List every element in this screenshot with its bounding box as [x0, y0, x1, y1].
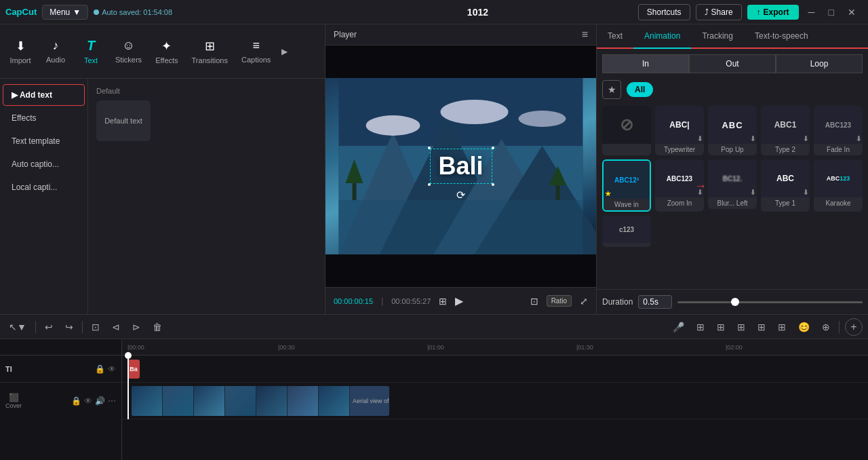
tl-video-clip[interactable]: Aerial view of Khao Sok national park Ch… [132, 386, 389, 416]
effect-blurleft-preview: BC12. ⬇ [708, 159, 757, 197]
tl-tool1[interactable]: ⊞ [693, 320, 708, 334]
select-tool-button[interactable]: ↖▼ [5, 320, 30, 334]
tab-tracking[interactable]: Tracking [691, 24, 744, 49]
duration-input[interactable] [638, 295, 672, 309]
playhead-handle[interactable] [125, 352, 132, 359]
menu-button[interactable]: Menu ▼ [42, 5, 88, 20]
sidebar-item-local-caption[interactable]: Local capti... [3, 176, 85, 198]
duration-slider[interactable] [677, 301, 863, 303]
tab-text[interactable]: Text [597, 24, 633, 49]
sidebar-item-add-text[interactable]: ▶ Add text [3, 84, 85, 106]
effect-more1[interactable]: c123 [602, 216, 651, 247]
toolbar-text[interactable]: T Text [73, 34, 108, 69]
effect-wavein[interactable]: ABC12³ ★ Wave in [602, 159, 651, 212]
duration-label: Duration [602, 297, 633, 307]
effect-wavein-preview: ABC12³ ★ [604, 161, 650, 199]
effect-type2-label: Type 2 [773, 144, 797, 155]
minimize-button[interactable]: ─ [804, 5, 819, 19]
timeline-toolbar: ↖▼ ↩ ↪ ⊡ ⊲ ⊳ 🗑 🎤 ⊞ ⊞ ⊞ ⊞ ⊞ 😊 ⊕ + [0, 315, 868, 339]
tl-tool2[interactable]: ⊞ [713, 320, 728, 334]
add-track-button[interactable]: + [845, 318, 863, 336]
effect-karaoke[interactable]: ABC123 Karaoke [814, 159, 863, 212]
lock-icon2[interactable]: 🔒 [71, 396, 81, 406]
effect-popup[interactable]: ABC ⬇ Pop Up [708, 106, 757, 155]
top-bar: CapCut Menu ▼ Auto saved: 01:54:08 1012 … [0, 0, 868, 24]
tab-in[interactable]: In [602, 54, 689, 73]
toolbar-import[interactable]: ⬇ Import [3, 35, 38, 69]
tl-tool5[interactable]: ⊞ [774, 320, 789, 334]
toolbar-more[interactable]: ▶ [277, 43, 292, 60]
video-background: Bali ⟳ [326, 78, 596, 254]
effect-fadein-label: Fade In [825, 144, 852, 155]
volume-icon[interactable]: 🔊 [95, 396, 105, 406]
close-button[interactable]: ✕ [844, 5, 860, 19]
player-video: Bali ⟳ [326, 45, 596, 287]
favorites-button[interactable]: ★ [602, 80, 621, 99]
effect-type2[interactable]: ABC1 ⬇ Type 2 [761, 106, 810, 155]
tab-animation[interactable]: Animation [633, 24, 691, 49]
video-text-overlay[interactable]: Bali [429, 149, 492, 184]
effect-fadein[interactable]: ABC123 ⬇ Fade In [814, 106, 863, 155]
all-filter-button[interactable]: All [627, 82, 653, 97]
effect-type1[interactable]: ABC ⬇ Type 1 [761, 159, 810, 212]
toolbar-audio[interactable]: ♪ Audio [38, 35, 73, 68]
sidebar-item-effects[interactable]: Effects [3, 107, 85, 129]
share-button[interactable]: ⤴ Share [696, 4, 742, 20]
maximize-button[interactable]: □ [825, 5, 838, 19]
toolbar-captions[interactable]: ≡ Captions [235, 35, 277, 68]
crop-end-button[interactable]: ⊳ [129, 320, 144, 334]
lock-icon[interactable]: 🔒 [95, 364, 105, 374]
mic-button[interactable]: 🎤 [669, 320, 688, 334]
effect-type1-label: Type 1 [773, 197, 797, 209]
delete-button[interactable]: 🗑 [149, 320, 165, 334]
effect-popup-label: Pop Up [719, 144, 745, 155]
tab-out[interactable]: Out [689, 54, 776, 73]
crop-start-button[interactable]: ⊲ [108, 320, 123, 334]
redo-button[interactable]: ↪ [62, 320, 77, 334]
toolbar-separator [82, 321, 83, 333]
tl-track-headers: TI 🔒 👁 ⬛ Cover 🔒 👁 🔊 ⋯ [0, 339, 122, 460]
tl-video-thumb-6 [288, 386, 319, 416]
effect-none[interactable]: ⊘ [602, 106, 651, 155]
audio-icon: ♪ [53, 39, 59, 53]
fit-button[interactable]: ⊡ [530, 296, 538, 307]
play-button[interactable]: ▶ [455, 294, 463, 307]
tl-tracks-right: |00:00 |00:30 |01:00 |01:30 |02:00 |02:3… [122, 339, 868, 460]
tab-tts[interactable]: Text-to-speech [744, 24, 819, 49]
ruler-mark-100: |01:00 [427, 344, 444, 351]
export-button[interactable]: ↑ Export [747, 5, 799, 20]
tl-text-clip[interactable]: Ba [127, 360, 140, 379]
player-menu-button[interactable]: ≡ [582, 28, 588, 41]
effect-blurleft[interactable]: BC12. ⬇ Blur... Left [708, 159, 757, 209]
tl-tool4[interactable]: ⊞ [754, 320, 769, 334]
eye-icon[interactable]: 👁 [108, 364, 116, 374]
toolbar-stickers[interactable]: ☺ Stickers [108, 35, 149, 68]
fullscreen-button[interactable]: ⤢ [580, 296, 588, 307]
sidebar-item-auto-caption[interactable]: Auto captio... [3, 153, 85, 175]
effect-wavein-label: Wave in [612, 199, 641, 210]
effect-more1-label [625, 243, 629, 247]
split-button[interactable]: ⊡ [88, 320, 103, 334]
playhead[interactable] [127, 356, 129, 419]
toolbar-effects[interactable]: ✦ Effects [149, 35, 184, 69]
rotate-handle[interactable]: ⟳ [456, 189, 465, 202]
sidebar-item-text-template[interactable]: Text template [3, 130, 85, 152]
section-label: Default [96, 87, 317, 95]
ratio-button[interactable]: Ratio [547, 295, 572, 307]
more-icon[interactable]: ⋯ [108, 396, 116, 406]
effect-typewriter[interactable]: ABC| ⬇ Typewriter [655, 106, 704, 155]
download-icon: ⬇ [803, 135, 808, 142]
effect-karaoke-label: Karaoke [823, 197, 852, 209]
tl-tool6[interactable]: 😊 [795, 320, 813, 334]
tab-loop[interactable]: Loop [776, 54, 863, 73]
default-card-label: Default text [102, 114, 145, 128]
undo-button[interactable]: ↩ [41, 320, 56, 334]
eye-icon2[interactable]: 👁 [84, 396, 92, 406]
toolbar-transitions[interactable]: ⊞ Transitions [185, 35, 235, 69]
grid-view-button[interactable]: ⊞ [439, 296, 447, 307]
tl-tool7[interactable]: ⊕ [818, 320, 833, 334]
shortcuts-button[interactable]: Shortcuts [638, 4, 690, 20]
player-controls: 00:00:00:15 | 00:00:55:27 ⊞ ▶ ⊡ Ratio ⤢ [326, 287, 596, 314]
default-text-card[interactable]: Default text [96, 100, 151, 141]
tl-tool3[interactable]: ⊞ [734, 320, 749, 334]
